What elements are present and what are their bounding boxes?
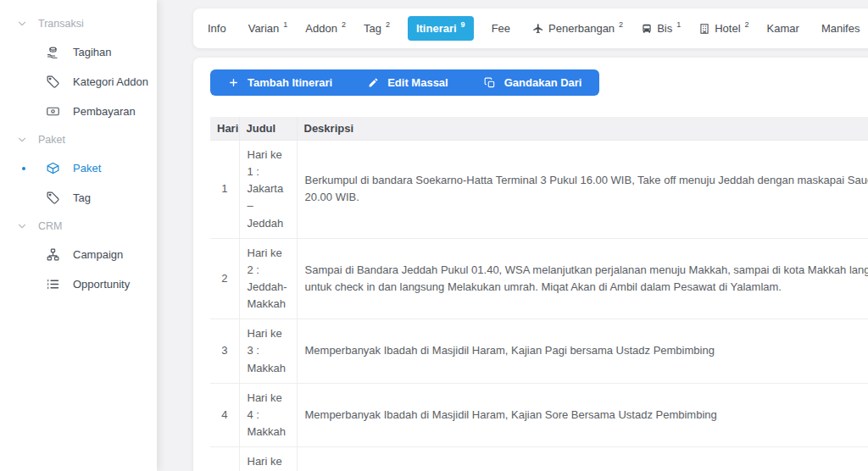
bus-icon [641, 23, 653, 35]
app-window: Transaksi Tagihan Kategori Addon Pembaya… [0, 0, 868, 471]
sidebar-item-pembayaran[interactable]: Pembayaran [0, 97, 157, 126]
tag-icon [46, 191, 60, 205]
sidebar-item-label: Tag [73, 191, 91, 204]
tab-kamar[interactable]: Kamar [767, 22, 804, 35]
sidebar-item-opportunity[interactable]: Opportunity [0, 269, 157, 299]
tab-info[interactable]: Info [208, 22, 231, 35]
sidebar: Transaksi Tagihan Kategori Addon Pembaya… [0, 0, 157, 471]
tab-tag[interactable]: Tag2 [364, 22, 390, 35]
itinerary-card: Tambah Itinerari Edit Massal Gandakan Da… [193, 58, 868, 471]
table-row: 4 Hari ke 4 : Makkah Memperbanyak Ibadah… [210, 383, 868, 446]
itinerary-table: Hari Judul Deskripsi 1 Hari ke 1 : Jakar… [210, 117, 868, 471]
itinerary-toolbar: Tambah Itinerari Edit Massal Gandakan Da… [210, 69, 599, 96]
list-icon [46, 277, 60, 291]
tab-fee[interactable]: Fee [492, 22, 515, 35]
chevron-down-icon [16, 220, 28, 232]
sidebar-item-label: Tagihan [73, 46, 112, 58]
itinerary-title: Hari ke 3 : Makkah [239, 319, 297, 383]
tab-itinerari[interactable]: Itinerari9 [408, 16, 474, 41]
package-tab-bar: Info Varian1 Addon2 Tag2 Itinerari9 Fee … [193, 8, 868, 48]
bulk-edit-button[interactable]: Edit Massal [350, 69, 466, 96]
itinerary-title: Hari ke 4 : Makkah [239, 383, 297, 446]
add-itinerary-button[interactable]: Tambah Itinerari [210, 69, 350, 96]
active-bullet [22, 167, 25, 170]
day-number: 2 [210, 238, 239, 319]
column-header-deskripsi: Deskripsi [297, 117, 868, 141]
sidebar-section-label: Transaksi [38, 18, 84, 30]
column-header-hari: Hari [210, 117, 239, 141]
sidebar-item-label: Campaign [73, 248, 123, 261]
sidebar-section-label: Paket [38, 134, 65, 146]
tab-penerbangan[interactable]: Penerbangan2 [532, 22, 623, 35]
sitemap-icon [46, 247, 60, 262]
itinerary-description: Berkumpul di bandara Soekarno-Hatta Term… [297, 141, 868, 239]
sidebar-item-tagihan[interactable]: Tagihan [0, 37, 157, 67]
itinerary-title: Hari ke 2 : Jeddah-Makkah [239, 238, 297, 319]
tab-varian[interactable]: Varian1 [248, 22, 288, 35]
sidebar-item-label: Pembayaran [73, 105, 136, 118]
sidebar-item-paket[interactable]: Paket [0, 153, 157, 183]
day-number: 1 [210, 141, 239, 239]
sidebar-section-crm[interactable]: CRM [0, 213, 157, 240]
hotel-icon [698, 23, 710, 35]
chevron-down-icon [16, 134, 28, 146]
itinerary-description: Persiapan Checkout keberangkatan ke Madi… [297, 447, 868, 471]
duplicate-from-button[interactable]: Gandakan Dari [466, 69, 600, 96]
day-number: 5 [210, 447, 239, 471]
tab-addon[interactable]: Addon2 [305, 22, 346, 35]
cash-hand-icon [46, 45, 60, 59]
itinerary-description: Memperbanyak Ibadah di Masjidil Haram, K… [297, 319, 868, 383]
main-content: Info Varian1 Addon2 Tag2 Itinerari9 Fee … [157, 0, 868, 471]
sidebar-section-label: CRM [38, 220, 62, 232]
sidebar-item-label: Paket [73, 162, 101, 175]
banknote-icon [46, 104, 60, 119]
sidebar-item-campaign[interactable]: Campaign [0, 240, 157, 269]
sidebar-item-kategori-addon[interactable]: Kategori Addon [0, 67, 157, 97]
table-row: 5 Hari ke 5 : Makkah-Madinah Persiapan C… [210, 447, 868, 471]
plane-icon [532, 23, 544, 35]
sidebar-section-transaksi[interactable]: Transaksi [0, 10, 157, 37]
plus-icon [228, 77, 239, 88]
sidebar-item-tag[interactable]: Tag [0, 183, 157, 213]
day-number: 4 [210, 383, 239, 446]
sidebar-section-paket[interactable]: Paket [0, 126, 157, 153]
tab-hotel[interactable]: Hotel2 [698, 22, 748, 35]
pencil-icon [368, 77, 379, 88]
package-icon [46, 161, 60, 175]
sidebar-item-label: Opportunity [73, 278, 130, 291]
table-row: 2 Hari ke 2 : Jeddah-Makkah Sampai di Ba… [210, 238, 868, 319]
tag-icon [46, 75, 60, 89]
table-row: 1 Hari ke 1 : Jakarta – Jeddah Berkumpul… [210, 141, 868, 239]
tab-bis[interactable]: Bis1 [641, 22, 681, 35]
table-row: 3 Hari ke 3 : Makkah Memperbanyak Ibadah… [210, 319, 868, 383]
table-header-row: Hari Judul Deskripsi [210, 117, 868, 141]
day-number: 3 [210, 319, 239, 383]
itinerary-title: Hari ke 1 : Jakarta – Jeddah [239, 141, 297, 239]
itinerary-description: Sampai di Bandara Jeddah Pukul 01.40, WS… [297, 238, 868, 319]
chevron-down-icon [16, 18, 28, 30]
itinerary-title: Hari ke 5 : Makkah-Madinah [239, 447, 297, 471]
itinerary-description: Memperbanyak Ibadah di Masjidil Haram, K… [297, 383, 868, 446]
sidebar-item-label: Kategori Addon [73, 75, 148, 88]
tab-manifes[interactable]: Manifes [821, 22, 865, 35]
column-header-judul: Judul [239, 117, 297, 141]
copy-icon [484, 77, 496, 89]
